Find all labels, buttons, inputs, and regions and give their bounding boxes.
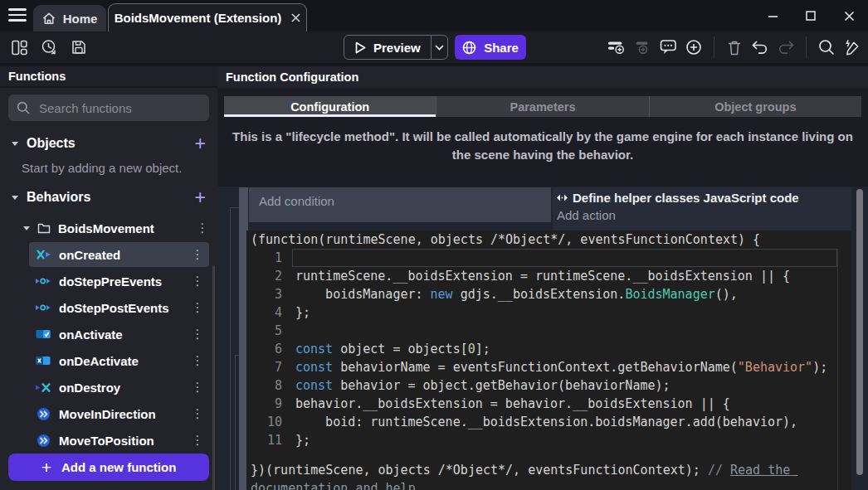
collapse-arrow-icon[interactable]	[12, 142, 18, 146]
magic-pen-icon[interactable]	[843, 38, 861, 56]
js-code-editor[interactable]: (function(runtimeScene, objects /*Object…	[246, 230, 851, 490]
minimize-icon[interactable]	[753, 0, 792, 32]
add-behavior-icon[interactable]: +	[195, 189, 206, 206]
history-icon[interactable]	[40, 38, 58, 56]
share-label: Share	[484, 41, 519, 55]
tab-home[interactable]: Home	[33, 5, 106, 32]
item-menu-icon[interactable]: ⋮	[191, 274, 204, 289]
line-number: 3	[246, 285, 282, 303]
chevron-down-icon	[435, 45, 444, 51]
tab-boidsmovement[interactable]: BoidsMovement (Extension)	[108, 3, 307, 32]
panels-icon[interactable]	[10, 38, 28, 56]
line-number: 7	[246, 358, 282, 376]
function-item[interactable]: onActivate⋮	[29, 322, 209, 347]
function-item-label: onDestroy	[59, 381, 191, 395]
circle-plus-icon[interactable]	[685, 38, 703, 56]
item-menu-icon[interactable]: ⋮	[191, 406, 204, 421]
undo-icon[interactable]	[751, 38, 769, 56]
behavior-group-label: BoidsMovement	[58, 221, 196, 235]
events-sheet: Add condition Define helper classes Java…	[217, 187, 868, 490]
play-icon	[355, 41, 366, 54]
code-line[interactable]: 1	[246, 249, 851, 267]
lifecycle-created-icon	[34, 249, 52, 260]
add-function-label: Add a new function	[61, 460, 176, 474]
collapse-arrow-icon[interactable]	[23, 226, 30, 230]
redo-icon[interactable]	[777, 38, 795, 56]
add-function-button[interactable]: + Add a new function	[8, 454, 209, 481]
add-condition-button[interactable]: Add condition	[249, 187, 551, 222]
item-menu-icon[interactable]: ⋮	[191, 433, 204, 448]
item-menu-icon[interactable]: ⋮	[196, 221, 209, 235]
tab-configuration[interactable]: Configuration	[224, 96, 436, 117]
objects-section-header[interactable]: Objects +	[0, 131, 217, 156]
code-line[interactable]: 9behavior.__boidsExtension = behavior.__…	[246, 395, 851, 413]
search-input[interactable]	[37, 100, 206, 116]
line-number: 9	[246, 395, 282, 413]
collapse-arrow-icon[interactable]	[12, 196, 18, 200]
gear-arrows-icon	[34, 434, 52, 448]
save-icon[interactable]	[70, 38, 88, 56]
add-object-icon[interactable]: +	[195, 135, 206, 152]
code-line[interactable]: 5	[246, 322, 851, 340]
add-event-icon[interactable]	[607, 38, 626, 56]
step-events-icon	[34, 276, 52, 286]
add-action-button[interactable]: Add action	[557, 208, 851, 222]
code-line[interactable]: 11};	[246, 431, 851, 449]
tab-parameters[interactable]: Parameters	[436, 96, 649, 117]
toolbar: Preview Share	[0, 32, 868, 63]
code-line[interactable]: 7const behaviorName = eventsFunctionCont…	[246, 358, 851, 376]
comment-icon[interactable]	[659, 38, 677, 56]
event-header[interactable]: Define helper classes JavaScript code Ad…	[553, 187, 851, 230]
gear-arrows-icon	[34, 407, 52, 421]
function-item[interactable]: doStepPostEvents⋮	[29, 295, 209, 320]
preview-dropdown[interactable]	[431, 36, 447, 59]
item-menu-icon[interactable]: ⋮	[191, 327, 204, 342]
code-line[interactable]: 2runtimeScene.__boidsExtension = runtime…	[246, 267, 851, 285]
code-icon	[556, 193, 568, 202]
code-line[interactable]: 4};	[246, 303, 851, 322]
search-icon	[17, 101, 30, 114]
tab-object-groups[interactable]: Object groups	[650, 96, 861, 117]
behaviors-section-header[interactable]: Behaviors +	[0, 185, 217, 210]
maximize-icon[interactable]	[792, 0, 830, 32]
code-line[interactable]: 6const object = objects[0];	[246, 340, 851, 358]
item-menu-icon[interactable]: ⋮	[191, 247, 204, 262]
function-item[interactable]: onDestroy⋮	[29, 375, 209, 400]
editor-ruler	[837, 249, 838, 490]
function-item-label: onDeActivate	[59, 354, 191, 368]
share-button[interactable]: Share	[455, 35, 526, 60]
preview-button[interactable]: Preview	[344, 35, 448, 60]
function-item[interactable]: onDeActivate⋮	[29, 348, 209, 373]
code-line[interactable]: 3 boidsManager: new gdjs.__boidsExtensio…	[246, 285, 851, 303]
line-number: 1	[246, 249, 282, 267]
sidebar-scrollbar[interactable]	[212, 265, 215, 490]
window-close-icon[interactable]	[830, 0, 868, 32]
function-item[interactable]: MoveToPosition⋮	[29, 428, 209, 453]
item-menu-icon[interactable]: ⋮	[191, 353, 204, 368]
function-item[interactable]: doStepPreEvents⋮	[29, 269, 209, 294]
home-icon	[42, 12, 56, 25]
code-line[interactable]: 8const behavior = object.getBehavior(beh…	[246, 376, 851, 395]
folder-icon	[37, 222, 51, 234]
line-number: 5	[246, 322, 282, 340]
hamburger-menu-icon[interactable]	[8, 8, 27, 23]
plus-icon: +	[41, 458, 51, 478]
search-functions-box[interactable]	[8, 95, 209, 121]
search-icon[interactable]	[817, 38, 836, 56]
close-icon[interactable]	[291, 13, 300, 22]
function-item[interactable]: onCreated⋮	[29, 242, 209, 267]
item-menu-icon[interactable]: ⋮	[191, 380, 204, 395]
add-subevent-icon[interactable]	[633, 38, 651, 56]
trash-icon[interactable]	[725, 38, 744, 56]
config-tabs: ConfigurationParametersObject groups	[224, 96, 861, 117]
code-line[interactable]: 10 boid: runtimeScene.__boidsExtension.b…	[246, 413, 851, 431]
item-menu-icon[interactable]: ⋮	[191, 300, 204, 315]
behaviors-label: Behaviors	[27, 190, 195, 205]
events-scrollbar[interactable]	[856, 189, 863, 475]
sidebar-title: Functions	[0, 66, 217, 88]
title-bar: Home BoidsMovement (Extension)	[0, 0, 868, 32]
behavior-group-boidsmovement[interactable]: BoidsMovement ⋮	[23, 216, 209, 240]
function-item[interactable]: MoveInDirection⋮	[29, 401, 209, 426]
function-item-label: MoveInDirection	[59, 407, 191, 421]
functions-sidebar: Functions Objects + Start by adding a ne…	[0, 66, 217, 490]
